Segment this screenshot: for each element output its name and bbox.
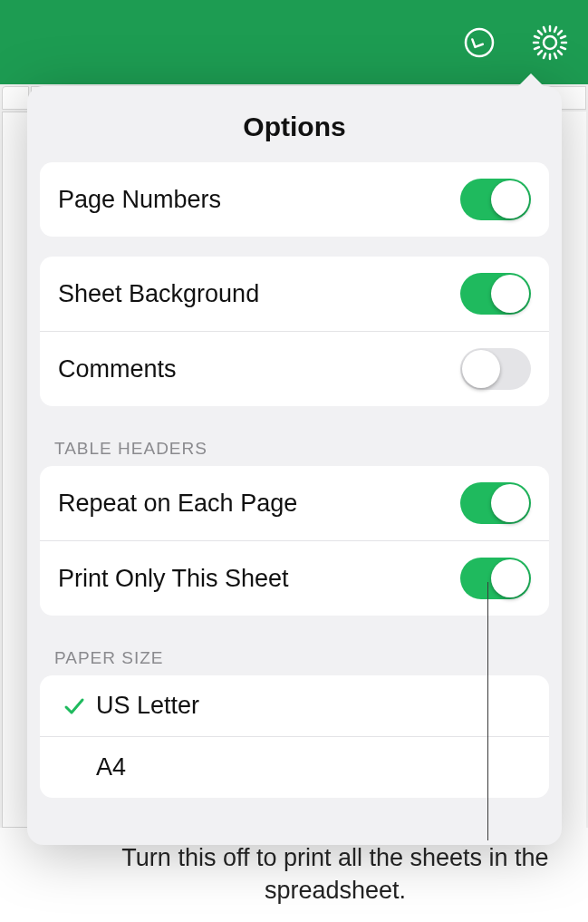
callout-leader-line [487, 582, 488, 840]
svg-line-17 [561, 47, 565, 49]
group-page-numbers: Page Numbers [40, 162, 549, 237]
svg-point-1 [544, 36, 556, 49]
svg-line-9 [558, 31, 562, 34]
page-numbers-toggle[interactable] [460, 179, 531, 220]
sheet-background-toggle[interactable] [460, 273, 531, 315]
row-page-numbers: Page Numbers [40, 162, 549, 237]
page-numbers-label: Page Numbers [58, 186, 460, 214]
top-toolbar [0, 0, 588, 84]
row-sheet-background: Sheet Background [40, 257, 549, 331]
row-print-only-this-sheet: Print Only This Sheet [40, 540, 549, 616]
comments-label: Comments [58, 355, 460, 383]
popover-title: Options [27, 86, 562, 162]
paper-us-letter[interactable]: US Letter [40, 675, 549, 736]
settings-button[interactable] [528, 21, 572, 64]
svg-line-11 [554, 27, 556, 32]
group-sheet-comments: Sheet Background Comments [40, 257, 549, 406]
popover-arrow [516, 73, 545, 88]
section-table-headers: TABLE HEADERS [27, 426, 562, 466]
paper-a4[interactable]: A4 [40, 736, 549, 798]
gear-icon [531, 24, 569, 62]
svg-line-16 [561, 36, 565, 38]
row-repeat-each-page: Repeat on Each Page [40, 466, 549, 540]
sheet-background-label: Sheet Background [58, 280, 460, 308]
svg-line-6 [538, 31, 542, 34]
callout-text: Turn this off to print all the sheets in… [109, 841, 562, 907]
svg-line-13 [554, 53, 556, 58]
print-only-this-sheet-label: Print Only This Sheet [58, 565, 460, 593]
svg-line-10 [544, 27, 545, 32]
svg-line-14 [535, 36, 539, 38]
svg-line-7 [558, 51, 562, 54]
section-paper-size: PAPER SIZE [27, 636, 562, 675]
row-comments: Comments [40, 331, 549, 406]
sheet-corner [2, 86, 29, 110]
undo-icon [462, 25, 496, 60]
options-popover: Options Page Numbers Sheet Background Co… [27, 86, 562, 845]
svg-line-15 [535, 47, 539, 49]
print-only-this-sheet-toggle[interactable] [460, 558, 531, 599]
comments-toggle[interactable] [460, 348, 531, 390]
group-table-headers: Repeat on Each Page Print Only This Shee… [40, 466, 549, 616]
paper-a4-label: A4 [96, 753, 531, 781]
row-header-bar [2, 112, 29, 828]
repeat-each-page-label: Repeat on Each Page [58, 490, 460, 518]
svg-line-12 [544, 53, 545, 58]
check-icon [56, 694, 92, 718]
undo-button[interactable] [458, 21, 501, 64]
svg-line-8 [538, 51, 542, 54]
group-paper-size: US Letter A4 [40, 675, 549, 798]
paper-us-letter-label: US Letter [96, 692, 531, 720]
repeat-each-page-toggle[interactable] [460, 482, 531, 524]
